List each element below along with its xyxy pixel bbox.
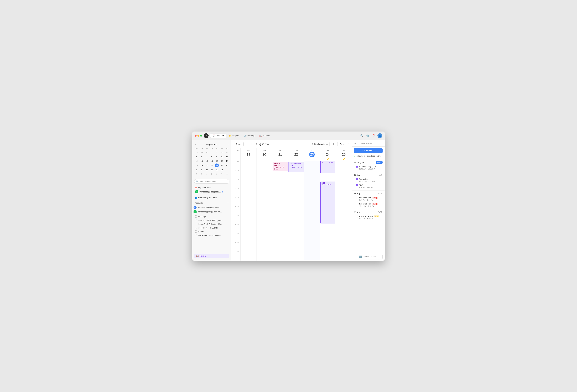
- calendar-item-francesco[interactable]: G francesco@keepprodu... G: [194, 190, 229, 194]
- day-column-sun[interactable]: [336, 161, 352, 261]
- account-item-0[interactable]: FD francesco@keepproducti...: [192, 205, 231, 210]
- mini-cal-day[interactable]: 29: [195, 150, 198, 154]
- cal-next-button[interactable]: ›: [250, 142, 253, 146]
- mini-cal-day[interactable]: 3: [220, 150, 224, 154]
- calendar-checkbox-1[interactable]: [195, 219, 197, 221]
- mini-cal-day[interactable]: 14: [205, 159, 209, 163]
- day-num-sat[interactable]: 24: [325, 152, 330, 157]
- mini-cal-day[interactable]: 9: [215, 155, 219, 159]
- calendar-checkbox-0[interactable]: [195, 215, 197, 218]
- mini-cal-day[interactable]: 22: [210, 163, 214, 167]
- day-num-thu[interactable]: 22: [293, 152, 299, 157]
- search-teammates-input[interactable]: [199, 180, 227, 183]
- add-task-button[interactable]: + Add task T: [354, 148, 383, 153]
- day-num-tue[interactable]: 20: [262, 152, 267, 157]
- nav-tab-projects[interactable]: 📁 Projects: [227, 134, 241, 138]
- search-box[interactable]: 🔍: [194, 179, 229, 184]
- search-button[interactable]: 🔍: [360, 133, 364, 138]
- calendar-list-item-2[interactable]: HoneyBook Calendar - Ke...: [194, 222, 230, 226]
- task-checkbox[interactable]: [356, 197, 358, 199]
- mini-cal-day[interactable]: 26: [195, 168, 198, 172]
- help-button[interactable]: ❓: [371, 133, 376, 138]
- frequently-met-toggle[interactable]: 👥 Frequently met with: [194, 196, 229, 199]
- mini-cal-day[interactable]: 27: [200, 168, 204, 172]
- add-account-button[interactable]: +: [227, 201, 229, 204]
- calendar-list-item-1[interactable]: Holidays in United Kingdom: [194, 218, 230, 222]
- mini-cal-day[interactable]: 1: [225, 168, 229, 172]
- calendar-checkbox-5[interactable]: [195, 234, 197, 236]
- minimize-button[interactable]: [197, 135, 199, 137]
- refresh-all-tasks-button[interactable]: 🔄 Refresh all tasks: [354, 254, 383, 260]
- today-button[interactable]: Today: [234, 142, 244, 146]
- mini-cal-day[interactable]: 12: [195, 159, 198, 163]
- mini-cal-day[interactable]: 10: [220, 155, 224, 159]
- day-num-fri[interactable]: 23: [309, 152, 315, 157]
- event-team-meeting-tf[interactable]: Team Meeting - TF ⋮ 11 AM – 12:05 PM: [288, 162, 304, 172]
- mini-cal-day[interactable]: 11: [225, 155, 229, 159]
- view-select[interactable]: Week Day Month: [337, 142, 349, 146]
- tutorial-button[interactable]: 📖 Tutorial: [194, 254, 229, 258]
- cal-prev-button[interactable]: ‹: [245, 142, 249, 146]
- mini-cal-day[interactable]: 8: [225, 172, 229, 176]
- mini-cal-day[interactable]: 4: [225, 150, 229, 154]
- mini-cal-day[interactable]: 20: [200, 163, 204, 167]
- mini-cal-day[interactable]: 5: [195, 155, 198, 159]
- task-item-launch-bento-1[interactable]: Launch Bento 0d 🔴 11:30 AM – 1:15 PM: [354, 202, 383, 208]
- mini-cal-day[interactable]: 28: [205, 168, 209, 172]
- my-calendars-toggle[interactable]: 📅 My calendars: [194, 186, 229, 190]
- calendar-list-item-4[interactable]: Todoist: [194, 230, 230, 233]
- mini-cal-day[interactable]: 2: [215, 150, 219, 154]
- add-calendar-button[interactable]: +: [331, 142, 335, 146]
- day-column-wed[interactable]: 60 mins Meeting... 11 AM - 12 PM Zoom: [272, 161, 288, 261]
- mini-cal-day[interactable]: 18: [225, 159, 229, 163]
- mini-cal-day-selected[interactable]: 23: [215, 163, 219, 167]
- nav-tab-booking[interactable]: 🔗 Booking: [242, 134, 257, 138]
- event-swimming[interactable]: Swimming 10:15 - 11:50 AM: [320, 161, 335, 173]
- maximize-button[interactable]: [200, 135, 202, 137]
- mini-cal-day[interactable]: 31: [205, 150, 209, 154]
- day-num-mon[interactable]: 19: [246, 152, 251, 157]
- task-item-launch-bento-0[interactable]: Launch Bento 0d 🔴 8:30 AM – 8:45 AM: [354, 196, 383, 202]
- mini-cal-day[interactable]: 16: [215, 159, 219, 163]
- display-options-button[interactable]: ⊞ Display options: [310, 142, 329, 146]
- close-button[interactable]: [195, 135, 197, 137]
- account-item-1[interactable]: G francesco@keepproductiv...: [192, 210, 231, 214]
- event-menu-icon[interactable]: ⋮: [301, 162, 303, 165]
- settings-button[interactable]: ⚙️: [365, 133, 370, 138]
- task-item-bbq[interactable]: BBQ 1:15 PM – 5:50 PM: [354, 183, 383, 189]
- mini-cal-day[interactable]: 8: [210, 155, 214, 159]
- day-num-sun[interactable]: 25: [341, 152, 347, 157]
- mini-cal-day[interactable]: 1: [210, 150, 214, 154]
- day-num-wed[interactable]: 21: [278, 152, 283, 157]
- mini-cal-day[interactable]: 30: [215, 168, 219, 172]
- calendar-list-item-5[interactable]: Transferred from charlotte...: [194, 233, 230, 237]
- event-bbq[interactable]: BBQ 1:15 - 5:50 PM: [320, 182, 335, 224]
- event-60mins-meeting[interactable]: 60 mins Meeting... 11 AM - 12 PM Zoom: [273, 162, 288, 171]
- day-column-thu[interactable]: Team Meeting - TF ⋮ 11 AM – 12:05 PM: [288, 161, 304, 261]
- mini-cal-day[interactable]: 21: [205, 163, 209, 167]
- mini-cal-day[interactable]: 13: [200, 159, 204, 163]
- mini-cal-day[interactable]: 3: [200, 172, 204, 176]
- calendar-checkbox-4[interactable]: [195, 230, 197, 232]
- user-avatar[interactable]: 👤: [377, 133, 382, 138]
- nav-tab-calendar[interactable]: 📅 Calendar: [210, 134, 226, 138]
- mini-cal-next-btn[interactable]: ›: [227, 143, 229, 146]
- mini-cal-day[interactable]: 30: [200, 150, 204, 154]
- calendar-list-item-0[interactable]: Birthdays: [194, 215, 230, 218]
- mini-cal-day[interactable]: 19: [195, 163, 198, 167]
- mini-cal-day[interactable]: 6: [200, 155, 204, 159]
- mini-cal-day[interactable]: 7: [220, 172, 224, 176]
- mini-cal-day[interactable]: 2: [195, 172, 198, 176]
- task-checkbox[interactable]: [356, 203, 358, 205]
- day-column-sat[interactable]: Swimming 10:15 - 11:50 AM BBQ 1:15 - 5:5…: [320, 161, 336, 261]
- day-column-mon[interactable]: [240, 161, 256, 261]
- task-item-reply-emails[interactable]: Reply to Emails 0d ⭐ 4:15 PM – 5:00 PM: [354, 214, 383, 220]
- task-item-swimming[interactable]: Swimming 10:15 AM – 11:50 AM: [354, 177, 383, 183]
- mini-cal-day[interactable]: 29: [210, 168, 214, 172]
- day-column-fri[interactable]: [304, 161, 320, 261]
- task-item-team-meeting[interactable]: Team Meeting – TF 11:00 AM – 12:05 PM: [354, 164, 383, 171]
- mini-cal-day[interactable]: 25: [225, 163, 229, 167]
- mini-cal-day[interactable]: 24: [220, 163, 224, 167]
- mini-cal-day[interactable]: 31: [220, 168, 224, 172]
- nav-tab-tutorials[interactable]: 📖 Tutorials: [257, 134, 272, 138]
